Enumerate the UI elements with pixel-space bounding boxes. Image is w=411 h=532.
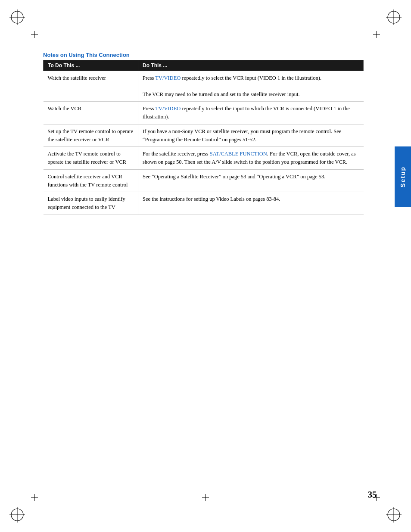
link-tv-video-2: TV/VIDEO — [155, 106, 181, 112]
table-row: Watch the satellite receiver Press TV/VI… — [44, 71, 364, 102]
table-cell-action: Label video inputs to easily identify eq… — [44, 192, 138, 215]
inner-mark-top-right — [373, 31, 380, 38]
table-cell-instructions: Press TV/VIDEO repeatedly to select the … — [138, 71, 364, 102]
side-tab-label: Setup — [399, 166, 406, 187]
inner-mark-bottom-center — [202, 494, 209, 501]
table-cell-instructions: See “Operating a Satellite Receiver” on … — [138, 169, 364, 192]
table-cell-instructions: For the satellite receiver, press SAT/CA… — [138, 147, 364, 170]
reg-mark-bottom-left — [9, 506, 26, 523]
link-tv-video: TV/VIDEO — [155, 75, 181, 81]
table-cell-instructions: Press TV/VIDEO repeatedly to select the … — [138, 102, 364, 124]
table-row: Set up the TV remote control to operate … — [44, 124, 364, 147]
table-header-row: To Do This ... Do This ... — [44, 60, 364, 71]
col-header-action: To Do This ... — [44, 60, 138, 71]
inner-mark-bottom-left — [31, 494, 38, 501]
inner-mark-top-left — [31, 31, 38, 38]
table-row: Label video inputs to easily identify eq… — [44, 192, 364, 215]
content-area: Notes on Using This Connection To Do Thi… — [43, 52, 364, 215]
table-row: Watch the VCR Press TV/VIDEO repeatedly … — [44, 102, 364, 124]
table-cell-action: Watch the satellite receiver — [44, 71, 138, 102]
table-row: Control satellite receiver and VCR funct… — [44, 169, 364, 192]
side-tab: Setup — [395, 146, 411, 207]
table-cell-instructions: See the instructions for setting up Vide… — [138, 192, 364, 215]
link-sat-cable: SAT/CABLE FUNCTION — [210, 151, 267, 157]
col-header-instructions: Do This ... — [138, 60, 364, 71]
section-title: Notes on Using This Connection — [43, 52, 364, 58]
table-cell-instructions: If you have a non-Sony VCR or satellite … — [138, 124, 364, 147]
table-cell-action: Watch the VCR — [44, 102, 138, 124]
table-row: Activate the TV remote control to operat… — [44, 147, 364, 170]
table-cell-action: Activate the TV remote control to operat… — [44, 147, 138, 170]
reg-mark-top-right — [385, 9, 402, 26]
table-cell-action: Set up the TV remote control to operate … — [44, 124, 138, 147]
info-table: To Do This ... Do This ... Watch the sat… — [43, 60, 364, 215]
reg-mark-top-left — [9, 9, 26, 26]
table-cell-action: Control satellite receiver and VCR funct… — [44, 169, 138, 192]
page-number: 35 — [368, 490, 377, 500]
reg-mark-bottom-right — [385, 506, 402, 523]
